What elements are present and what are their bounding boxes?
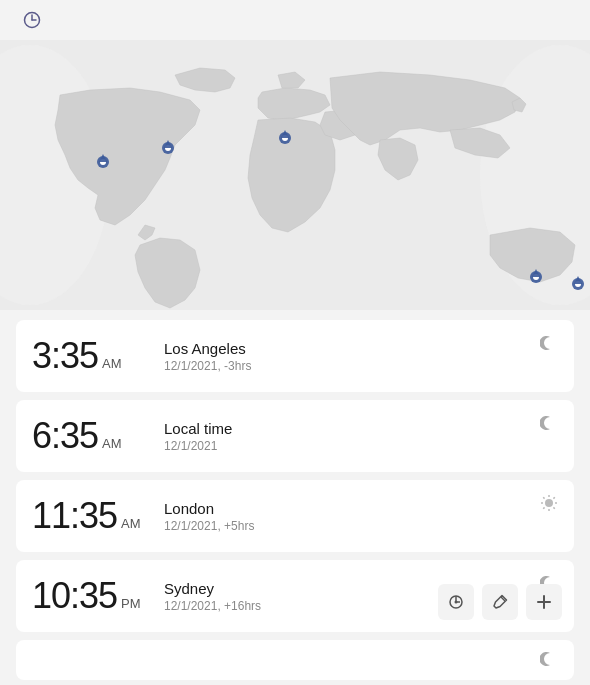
clock-card-sydney[interactable]: 10:35 PM Sydney 12/1/2021, +16hrs [16, 560, 574, 632]
title-bar [0, 0, 590, 40]
clock-ampm-los-angeles: AM [102, 356, 122, 371]
clock-ampm-london: AM [121, 516, 141, 531]
clock-date-los-angeles: 12/1/2021, -3hrs [164, 359, 558, 373]
svg-line-28 [553, 497, 554, 498]
window-controls [440, 4, 578, 36]
svg-line-29 [543, 507, 544, 508]
svg-line-26 [543, 497, 544, 498]
clock-city-london: London [164, 500, 558, 517]
clock-actions-sydney [438, 584, 562, 620]
clock-info-london: London 12/1/2021, +5hrs [152, 500, 558, 533]
clock-info-local: Local time 12/1/2021 [152, 420, 558, 453]
add-button[interactable] [526, 584, 562, 620]
close-button[interactable] [532, 4, 578, 36]
svg-line-27 [553, 507, 554, 508]
clock-card-los-angeles[interactable]: 3:35 AM Los Angeles 12/1/2021, -3hrs [16, 320, 574, 392]
clock-hours-london: 11:35 [32, 495, 117, 537]
svg-point-21 [545, 499, 553, 507]
clock-hours-local: 6:35 [32, 415, 98, 457]
clock-ampm-local: AM [102, 436, 122, 451]
world-map [0, 40, 590, 310]
clock-info-los-angeles: Los Angeles 12/1/2021, -3hrs [152, 340, 558, 373]
clock-time-london: 11:35 AM [32, 495, 152, 537]
edit-button[interactable] [482, 584, 518, 620]
clock-card-local[interactable]: 6:35 AM Local time 12/1/2021 [16, 400, 574, 472]
clock-city-local: Local time [164, 420, 558, 437]
clock-card-london[interactable]: 11:35 AM London 12/1/2021, +5hrs [16, 480, 574, 552]
clock-date-london: 12/1/2021, +5hrs [164, 519, 558, 533]
minimize-button[interactable] [440, 4, 486, 36]
clock-date-local: 12/1/2021 [164, 439, 558, 453]
maximize-button[interactable] [486, 4, 532, 36]
title-bar-left [12, 10, 440, 30]
compare-button[interactable] [438, 584, 474, 620]
app-icon [22, 10, 42, 30]
partial-icon [540, 650, 558, 672]
clock-ampm-sydney: PM [121, 596, 141, 611]
clock-icon-los-angeles [540, 334, 558, 356]
clock-time-sydney: 10:35 PM [32, 575, 152, 617]
clock-hours-los-angeles: 3:35 [32, 335, 98, 377]
clock-hours-sydney: 10:35 [32, 575, 117, 617]
clock-icon-local [540, 414, 558, 436]
clock-time-local: 6:35 AM [32, 415, 152, 457]
svg-point-33 [455, 601, 458, 604]
clock-time-los-angeles: 3:35 AM [32, 335, 152, 377]
clock-icon-london [540, 494, 558, 516]
clock-card-partial [16, 640, 574, 680]
clock-city-los-angeles: Los Angeles [164, 340, 558, 357]
clock-list: 3:35 AM Los Angeles 12/1/2021, -3hrs 6:3… [0, 310, 590, 685]
